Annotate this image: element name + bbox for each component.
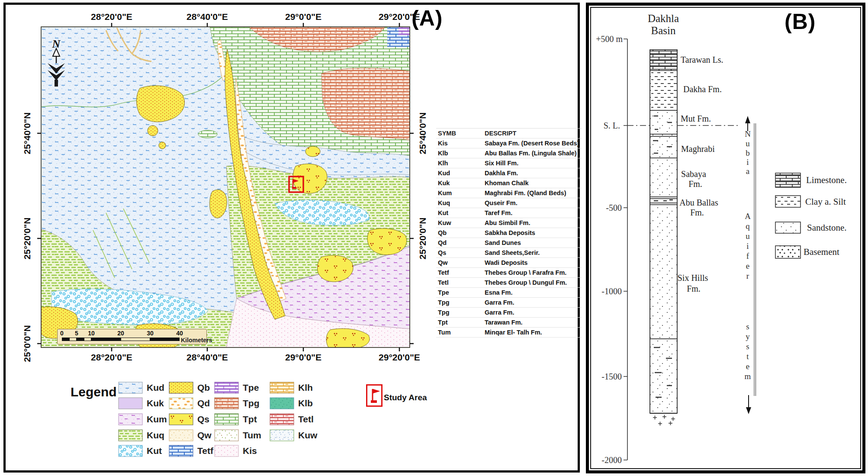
aquifer-letter: f	[746, 251, 749, 261]
scale-tick: 5	[71, 330, 82, 337]
depth-label: -1500	[601, 372, 622, 381]
lon-label-bottom-2: 28°40'0"E	[175, 352, 240, 363]
aquifer-letter: A	[745, 212, 751, 221]
fm-label-abuballas-2: Fm.	[690, 208, 704, 217]
strat-column-diagram: Dakhla Basin +500 m S. L. -500 -1000 -15…	[589, 6, 862, 470]
legend-item-kuw: Kuw	[270, 429, 317, 441]
system-letter: m	[745, 372, 751, 381]
table-row: TpeEsna Fm.	[436, 288, 582, 298]
lon-label-bottom-3: 29°0'0"E	[271, 352, 336, 363]
lon-label-bottom-4: 29°20'0"E	[367, 352, 432, 363]
scale-tick: 20	[116, 330, 126, 337]
system-letter: t	[746, 352, 749, 361]
descript-cell: Thebes Group \ Dungul Fm.	[483, 278, 582, 288]
fm-label-tarawan: Tarawan Ls.	[681, 55, 723, 64]
legend-label: Tetf	[197, 446, 213, 456]
map-tpt-lens	[198, 130, 217, 138]
legend-label: Kis	[243, 446, 257, 456]
descript-cell: Maghrabi Fm. (Qland Beds)	[483, 188, 582, 198]
legend-label: Qb	[197, 383, 210, 393]
table-row: TetlThebes Group \ Dungul Fm.	[436, 278, 582, 288]
nubia-aquifer-annotation: N u b i a A q u i f e r s y s t e m	[745, 116, 756, 414]
symb-cell: Qs	[436, 248, 483, 258]
panel-a: (A) 28°20'0"E 28°40'0"E 29°0'0"E 29°20'0…	[3, 3, 580, 473]
nubia-letter: b	[746, 148, 750, 158]
litho-swatch-sandstone	[775, 222, 800, 233]
nubia-letter: N	[745, 129, 751, 138]
symb-cell: Klh	[436, 158, 483, 168]
legend-label: Kut	[147, 446, 162, 456]
scale-tick: 30	[145, 330, 155, 337]
litho-label-basement: Basement	[804, 247, 839, 257]
col-header-descript: DESCRIPT	[483, 129, 582, 138]
lat-label-right-1: 25°40'0"N	[418, 101, 428, 166]
legend-label: Klh	[298, 383, 313, 393]
legend-item-tpt: Tpt	[214, 413, 257, 425]
descript-cell: Wadi Deposits	[483, 258, 582, 268]
symb-cell: Kud	[436, 168, 483, 178]
legend-item-kis: Kis	[214, 445, 257, 457]
symb-cell: Tetl	[436, 278, 483, 288]
north-arrow-icon: N	[42, 38, 70, 88]
fm-label-sabaya-1: Sabaya	[681, 169, 706, 179]
legend-item-qb: Qb	[169, 382, 210, 394]
legend-label: Tpg	[243, 398, 259, 408]
symb-cell: Tpt	[436, 318, 483, 328]
litho-swatch-limestone	[775, 173, 800, 187]
unit-sixhills	[650, 205, 677, 339]
descript-cell: Abu Simbil Fm.	[483, 218, 582, 228]
aquifer-letter: r	[746, 271, 749, 280]
basin-title: Dakhla Basin	[648, 13, 679, 36]
symb-cell: Kis	[436, 138, 483, 148]
unit-sabaya	[650, 158, 677, 197]
symb-cell: Qd	[436, 238, 483, 248]
unit-maghrabi	[650, 134, 677, 158]
table-row: QdSand Dunes	[436, 238, 582, 248]
lat-label-left-3: 25°0'0"N	[22, 311, 32, 376]
symb-cell: Tpe	[436, 288, 483, 298]
arrow-up-icon	[745, 116, 750, 123]
table-row: KudDakhla Fm.	[436, 168, 582, 178]
nubia-letter: u	[746, 139, 750, 148]
symb-cell: Qw	[436, 258, 483, 268]
unit-mut	[650, 110, 677, 134]
scale-tick: 0	[57, 330, 67, 337]
table-row: KukKhoman Chalk	[436, 178, 582, 188]
descript-cell: Dakhla Fm.	[483, 168, 582, 178]
symb-cell: Kuk	[436, 178, 483, 188]
depth-label: +500 m	[596, 34, 623, 44]
lat-label-left-1: 25°40'0"N	[22, 101, 32, 166]
table-row: KisSabaya Fm. (Desert Rose Beds)	[436, 138, 582, 148]
sea-level-label: S. L.	[604, 121, 620, 130]
symb-cell: Tum	[436, 328, 483, 338]
symb-cell: Klb	[436, 148, 483, 158]
symb-cell: Kut	[436, 208, 483, 218]
legend-item-qd: Qd	[169, 397, 210, 409]
litho-label-clay-silt: Clay a. Silt	[805, 196, 846, 207]
fm-label-dakha: Dakha Fm.	[683, 84, 722, 94]
panel-b: (B) Dakhla Basin	[586, 3, 865, 473]
fm-label-sabaya-2: Fm.	[688, 179, 702, 189]
legend-item-klh: Klh	[270, 382, 313, 394]
legend-label: Qs	[197, 414, 209, 425]
system-letter: s	[746, 322, 749, 331]
descript-cell: Esna Fm.	[483, 288, 582, 298]
system-letter: s	[746, 342, 749, 351]
basin-title-line2: Basin	[651, 25, 676, 36]
basin-title-line1: Dakhla	[648, 13, 679, 24]
nubia-letter: i	[746, 158, 749, 167]
symb-cell: Tetf	[436, 268, 483, 278]
table-row: KuqQuseir Fm.	[436, 198, 582, 208]
legend-label: Qd	[197, 398, 210, 408]
legend-label: Tum	[243, 430, 261, 441]
table-row: TptTarawan Fm.	[436, 318, 582, 328]
scale-tick: 40	[174, 330, 185, 337]
legend-item-qw: Qw	[169, 429, 212, 441]
aquifer-letter: e	[746, 261, 749, 270]
table-row: QwWadi Deposits	[436, 258, 582, 268]
descript-cell: Garra Fm.	[483, 308, 582, 318]
fm-label-abuballas-1: Abu Ballas	[679, 198, 718, 207]
system-letter: y	[746, 332, 750, 341]
descript-cell: Abu Ballas Fm. (Lingula Shale)	[483, 148, 582, 158]
flag-icon	[367, 386, 381, 405]
